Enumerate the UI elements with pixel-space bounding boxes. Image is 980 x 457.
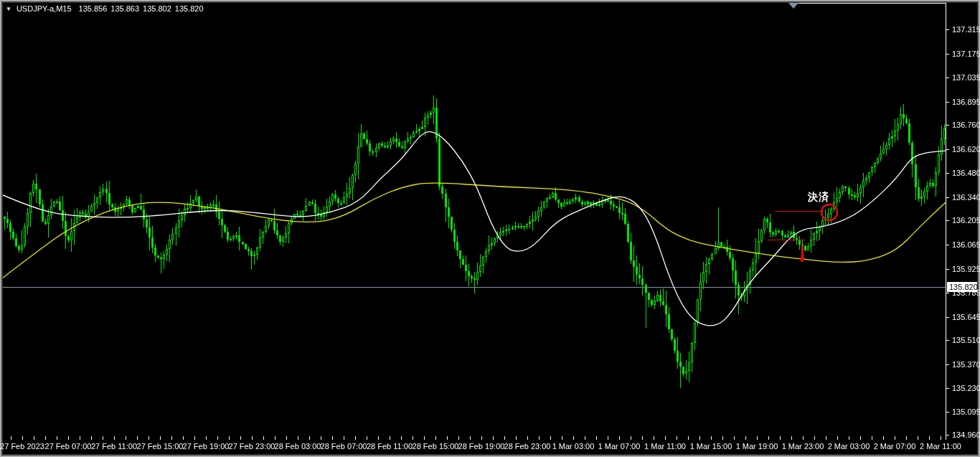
price-axis-label: 135.370 — [952, 360, 980, 369]
price-chart-canvas[interactable] — [0, 0, 980, 457]
time-axis-label: 2 Mar 07:00 — [874, 442, 916, 451]
trade-annotation-label[interactable]: 決済 — [808, 191, 829, 204]
time-axis-label: 28 Feb 03:00 — [275, 442, 321, 451]
price-axis-label: 136.340 — [952, 193, 980, 202]
time-axis-label: 28 Feb 11:00 — [367, 442, 413, 451]
price-axis-label: 136.760 — [952, 121, 980, 129]
price-axis-label: 135.095 — [952, 407, 980, 416]
mt4-chart-window: ▼ USDJPY-a,M15 135.856 135.863 135.802 1… — [0, 0, 980, 457]
ohlc-open: 135.856 — [79, 4, 108, 13]
price-axis-label: 136.205 — [952, 216, 980, 225]
current-price-box: 135.820 — [947, 282, 977, 292]
price-axis-label: 136.480 — [952, 169, 980, 177]
time-axis-label: 28 Feb 19:00 — [458, 442, 505, 451]
price-axis-label: 137.175 — [952, 50, 980, 58]
price-axis-label: 135.645 — [952, 313, 980, 321]
time-axis-label: 1 Mar 23:00 — [782, 442, 824, 451]
time-axis-label: 2 Mar 03:00 — [828, 442, 870, 451]
symbol-period-label: USDJPY-a,M15 — [17, 4, 72, 13]
time-axis-label: 27 Feb 19:00 — [183, 442, 230, 451]
time-axis-label: 27 Feb 07:00 — [45, 442, 92, 451]
time-axis-label: 1 Mar 03:00 — [552, 442, 595, 451]
time-axis[interactable]: 27 Feb 202327 Feb 07:0027 Feb 11:0027 Fe… — [0, 440, 980, 456]
price-axis-label: 135.230 — [952, 384, 980, 392]
time-axis-label: 27 Feb 23:00 — [229, 442, 275, 451]
time-axis-label: 27 Feb 2023 — [0, 442, 44, 451]
chart-shift-marker-icon[interactable] — [788, 3, 798, 9]
ohlc-high: 135.863 — [110, 4, 139, 13]
time-axis-label: 27 Feb 15:00 — [137, 442, 184, 451]
time-axis-label: 2 Mar 11:00 — [920, 442, 961, 451]
time-axis-label: 28 Feb 07:00 — [321, 442, 367, 451]
time-axis-label: 1 Mar 19:00 — [736, 442, 778, 451]
time-axis-label: 1 Mar 07:00 — [598, 442, 641, 451]
price-axis-label: 137.035 — [952, 73, 980, 82]
price-axis-label: 134.960 — [952, 430, 980, 439]
price-axis-label: 135.510 — [952, 336, 980, 344]
chart-title: ▼ USDJPY-a,M15 135.856 135.863 135.802 1… — [6, 4, 207, 14]
price-axis-label: 136.065 — [952, 240, 980, 249]
time-axis-label: 1 Mar 15:00 — [690, 442, 732, 451]
price-axis-label: 135.925 — [952, 265, 980, 273]
price-axis[interactable]: 137.315137.175137.035136.895136.760136.6… — [946, 0, 980, 440]
symbol-dropdown-icon[interactable]: ▼ — [6, 6, 11, 12]
time-axis-label: 27 Feb 11:00 — [91, 442, 137, 451]
price-axis-label: 137.315 — [952, 25, 980, 34]
ohlc-low: 135.802 — [143, 4, 171, 13]
time-axis-label: 28 Feb 23:00 — [504, 442, 551, 451]
time-axis-label: 1 Mar 11:00 — [644, 442, 686, 451]
price-axis-label: 136.620 — [952, 145, 980, 154]
time-axis-label: 28 Feb 15:00 — [413, 442, 459, 451]
price-axis-label: 136.895 — [952, 98, 980, 106]
ohlc-close: 135.820 — [175, 4, 204, 13]
